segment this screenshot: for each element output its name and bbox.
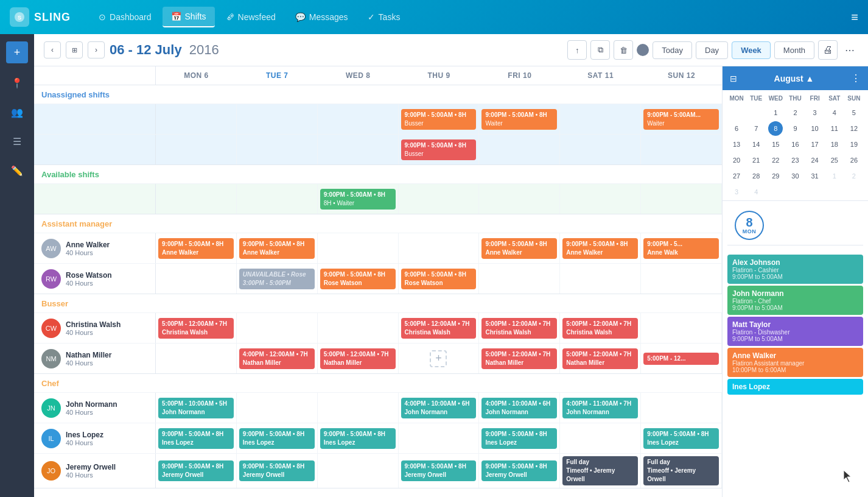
shift-cell[interactable]: 5:00PM - 10:00AM • 5HJohn Normann — [156, 393, 237, 423]
mini-cal-date-5[interactable]: 5 — [847, 105, 861, 120]
shift-block[interactable]: 9:00PM - 5:00AM • 8HInes Lopez — [643, 428, 719, 449]
hamburger-menu[interactable]: ≡ — [851, 10, 858, 24]
shift-block[interactable]: 4:00PM - 11:00AM • 7HJohn Normann — [562, 398, 638, 418]
shift-cell[interactable]: 9:00PM - 5:00AM • 8HWaiter — [479, 104, 560, 134]
shift-cell[interactable]: 5:00PM - 12... — [641, 344, 722, 373]
mini-cal-date-26[interactable]: 26 — [847, 153, 861, 167]
shift-cell[interactable]: 4:00PM - 10:00AM • 6HJohn Normann — [399, 393, 480, 423]
shift-cell[interactable]: 5:00PM - 12:00AM • 7HNathan Miller — [479, 344, 560, 373]
mini-cal-date-21[interactable]: 21 — [749, 153, 763, 167]
copy-button[interactable]: ⧉ — [590, 40, 610, 60]
shift-cell[interactable]: 9:00PM - 5...Anne Walk — [641, 233, 722, 263]
shift-block[interactable]: 9:00PM - 5:00AM • 8HInes Lopez — [481, 428, 557, 449]
shift-block[interactable]: 9:00PM - 5:00AM • 8HRose Watson — [320, 269, 396, 289]
shift-block[interactable]: 9:00PM - 5:00AM • 8HAnne Walker — [239, 238, 315, 259]
shift-cell[interactable]: 9:00PM - 5:00AM • 8HAnne Walker — [237, 233, 318, 263]
mini-cal-date-29[interactable]: 29 — [768, 169, 783, 183]
mini-cal-date-30[interactable]: 30 — [788, 169, 802, 183]
shift-block[interactable]: 5:00PM - 12... — [643, 353, 719, 365]
mini-cal-date-25[interactable]: 25 — [827, 153, 842, 167]
shift-block[interactable]: 9:00PM - 5:00AM • 8HJeremy Orwell — [401, 460, 477, 481]
shift-cell[interactable]: 9:00PM - 5:00AM • 8HAnne Walker — [156, 233, 237, 263]
shift-cell[interactable]: 5:00PM - 12:00AM • 7HNathan Miller — [560, 344, 641, 373]
nav-messages[interactable]: 💬 Messages — [287, 7, 357, 27]
shift-block[interactable]: 9:00PM - 5:00AM...Waiter — [643, 109, 719, 130]
shift-block[interactable]: 5:00PM - 12:00AM • 7HChristina Walsh — [562, 318, 638, 339]
mini-cal-date-13[interactable]: 13 — [729, 137, 744, 152]
shift-cell[interactable]: 9:00PM - 5:00AM • 8HInes Lopez — [156, 423, 237, 453]
shift-block[interactable]: 4:00PM - 10:00AM • 6HJohn Normann — [401, 398, 477, 418]
shift-cell[interactable]: 5:00PM - 12:00AM • 7HChristina Walsh — [479, 313, 560, 343]
day-event-ines-lopez[interactable]: Ines Lopez — [727, 379, 863, 395]
shift-cell[interactable]: 5:00PM - 12:00AM • 7HChristina Walsh — [156, 313, 237, 343]
shift-block[interactable]: 9:00PM - 5:00AM • 8HBusser — [401, 109, 477, 130]
shift-block[interactable]: 9:00PM - 5:00AM • 8HAnne Walker — [562, 238, 638, 259]
print-button[interactable]: 🖨 — [818, 40, 838, 60]
week-view-button[interactable]: Week — [732, 41, 771, 59]
mini-cal-date-8[interactable]: 8 — [768, 121, 783, 136]
shift-block[interactable]: 9:00PM - 5:00AM • 8HBusser — [401, 139, 477, 160]
upload-button[interactable]: ↑ — [567, 40, 587, 60]
mini-cal-date-23[interactable]: 23 — [788, 153, 802, 167]
shift-block[interactable]: 4:00PM - 10:00AM • 6HJohn Normann — [481, 398, 557, 418]
mini-cal-filter-icon[interactable]: ⊟ — [730, 74, 737, 83]
shift-cell[interactable]: 9:00PM - 5:00AM • 8HJeremy Orwell — [479, 454, 560, 488]
shift-block[interactable]: 9:00PM - 5:00AM • 8HAnne Walker — [158, 238, 234, 259]
shift-cell[interactable]: 5:00PM - 12:00AM • 7HChristina Walsh — [560, 313, 641, 343]
day-event-matt-taylor[interactable]: Matt Taylor Flatiron - Dishwasher 9:00PM… — [727, 317, 863, 346]
shift-block[interactable]: 5:00PM - 12:00AM • 7HNathan Miller — [562, 348, 638, 369]
mini-cal-date-sep3[interactable]: 3 — [729, 185, 744, 199]
shift-cell[interactable]: 5:00PM - 12:00AM • 7HChristina Walsh — [399, 313, 480, 343]
shift-cell[interactable]: 9:00PM - 5:00AM • 8HJeremy Orwell — [399, 454, 480, 488]
mini-cal-date-17[interactable]: 17 — [808, 137, 822, 152]
mini-cal-date-2[interactable]: 2 — [788, 105, 802, 120]
mini-cal-date-31[interactable]: 31 — [808, 169, 822, 183]
day-event-alex-johnson[interactable]: Alex Johnson Flatiron - Cashier 9:00PM t… — [727, 255, 863, 284]
shift-cell[interactable]: 9:00PM - 5:00AM • 8HAnne Walker — [560, 233, 641, 263]
unavailable-block[interactable]: UNAVAILABLE • Rose3:00PM - 5:00PM — [239, 269, 315, 289]
today-button[interactable]: Today — [653, 41, 692, 59]
more-options-button[interactable]: ⋯ — [841, 41, 858, 58]
shift-block[interactable]: 5:00PM - 12:00AM • 7HChristina Walsh — [481, 318, 557, 339]
mini-cal-more-button[interactable]: ⋮ — [851, 72, 861, 84]
shift-cell[interactable]: 9:00PM - 5:00AM • 8HInes Lopez — [641, 423, 722, 453]
mini-cal-date-22[interactable]: 22 — [768, 153, 783, 167]
timeoff-block[interactable]: Full dayTimeoff • Jeremy Orwell — [643, 456, 719, 485]
shift-cell[interactable]: 4:00PM - 11:00AM • 7HJohn Normann — [560, 393, 641, 423]
add-button[interactable]: + — [6, 41, 28, 63]
shift-cell[interactable]: 9:00PM - 5:00AM • 8HBusser — [399, 104, 480, 134]
mini-cal-date-sep2[interactable]: 2 — [847, 169, 861, 183]
shift-block[interactable]: 9:00PM - 5:00AM • 8HWaiter — [481, 109, 557, 130]
day-event-john-normann[interactable]: John Normann Flatiron - Chef 9:00PM to 5… — [727, 286, 863, 315]
day-view-button[interactable]: Day — [696, 41, 728, 59]
shift-cell[interactable]: Full dayTimeoff • Jeremy Orwell — [641, 454, 722, 488]
mini-cal-date-sep4[interactable]: 4 — [749, 185, 763, 199]
shift-cell[interactable]: 4:00PM - 12:00AM • 7HNathan Miller — [237, 344, 318, 373]
sidebar-icon-location[interactable]: 📍 — [7, 73, 27, 93]
shift-cell[interactable]: 9:00PM - 5:00AM • 8HInes Lopez — [237, 423, 318, 453]
shift-block[interactable]: 9:00PM - 5:00AM • 8HInes Lopez — [158, 428, 234, 449]
mini-cal-date-1[interactable]: 1 — [768, 105, 783, 120]
mini-cal-date-7[interactable]: 7 — [749, 121, 763, 136]
mini-cal-date-3[interactable]: 3 — [808, 105, 822, 120]
shift-cell[interactable]: 9:00PM - 5:00AM...Waiter — [641, 104, 722, 134]
shift-cell[interactable]: 9:00PM - 5:00AM • 8HRose Watson — [399, 264, 480, 294]
shift-block[interactable]: 5:00PM - 10:00AM • 5HJohn Normann — [158, 398, 234, 418]
sidebar-icon-edit[interactable]: ✏️ — [7, 161, 27, 180]
mini-cal-date-19[interactable]: 19 — [847, 137, 861, 152]
shift-cell[interactable]: Full dayTimeoff • Jeremy Orwell — [560, 454, 641, 488]
add-shift-cell[interactable]: + — [399, 344, 480, 373]
shift-cell[interactable]: 9:00PM - 5:00AM • 8H8H • Waiter — [318, 184, 399, 214]
shift-block[interactable]: 5:00PM - 12:00AM • 7HNathan Miller — [481, 348, 557, 369]
mini-cal-date-11[interactable]: 11 — [827, 121, 842, 136]
mini-cal-date-27[interactable]: 27 — [729, 169, 744, 183]
mini-cal-date-14[interactable]: 14 — [749, 137, 763, 152]
shift-cell[interactable]: 9:00PM - 5:00AM • 8HRose Watson — [318, 264, 399, 294]
add-shift-button[interactable]: + — [430, 350, 447, 367]
shift-cell[interactable]: 9:00PM - 5:00AM • 8HInes Lopez — [318, 423, 399, 453]
nav-dashboard[interactable]: ⊙ Dashboard — [90, 7, 160, 27]
shift-block[interactable]: 9:00PM - 5...Anne Walk — [643, 238, 719, 259]
shift-block[interactable]: 9:00PM - 5:00AM • 8HInes Lopez — [320, 428, 396, 449]
shift-cell[interactable]: 9:00PM - 5:00AM • 8HJeremy Orwell — [156, 454, 237, 488]
shift-cell[interactable]: 9:00PM - 5:00AM • 8HBusser — [399, 135, 480, 164]
